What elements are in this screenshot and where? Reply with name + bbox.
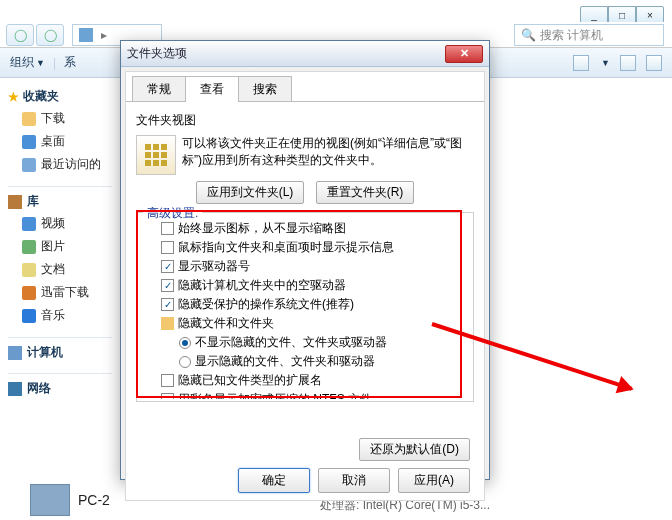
checkbox-icon[interactable] — [161, 393, 174, 399]
network-icon — [8, 382, 22, 396]
help-button[interactable] — [646, 55, 662, 71]
chevron-down-icon: ▼ — [36, 58, 45, 68]
adv-item-label: 用彩色显示加密或压缩的 NTFS 文件 — [178, 391, 372, 399]
sidebar-computer[interactable]: 计算机 — [0, 342, 120, 363]
circle-icon: ◯ — [44, 28, 57, 42]
folder-icon — [161, 317, 174, 330]
chevron-right-icon: ▸ — [101, 28, 107, 42]
star-icon: ★ — [8, 90, 19, 104]
radio-icon[interactable] — [179, 356, 191, 368]
sidebar-item-music[interactable]: 音乐 — [0, 304, 120, 327]
tab-content-view: 文件夹视图 可以将该文件夹正在使用的视图(例如“详细信息”或“图标”)应用到所有… — [126, 101, 484, 503]
sidebar-favorites[interactable]: ★收藏夹 — [0, 86, 120, 107]
sidebar-item-desktop[interactable]: 桌面 — [0, 130, 120, 153]
adv-setting-item[interactable]: 用彩色显示加密或压缩的 NTFS 文件 — [143, 390, 467, 399]
adv-setting-item[interactable]: 隐藏已知文件类型的扩展名 — [143, 371, 467, 390]
video-icon — [22, 217, 36, 231]
apply-button[interactable]: 应用(A) — [398, 468, 470, 493]
advanced-settings-group: 高级设置: 始终显示图标，从不显示缩略图鼠标指向文件夹和桌面项时显示提示信息显示… — [136, 212, 474, 402]
tab-general[interactable]: 常规 — [132, 76, 186, 102]
checkbox-icon[interactable] — [161, 260, 174, 273]
sidebar-libraries[interactable]: 库 — [0, 191, 120, 212]
library-icon — [8, 195, 22, 209]
restore-defaults-button[interactable]: 还原为默认值(D) — [359, 438, 470, 461]
adv-setting-item[interactable]: 隐藏计算机文件夹中的空驱动器 — [143, 276, 467, 295]
checkbox-icon[interactable] — [161, 222, 174, 235]
pc-icon — [79, 28, 93, 42]
sidebar: ★收藏夹 下载 桌面 最近访问的 库 视频 图片 文档 迅雷下载 音乐 计算机 … — [0, 78, 120, 520]
preview-pane-button[interactable] — [620, 55, 636, 71]
adv-setting-item[interactable]: 不显示隐藏的文件、文件夹或驱动器 — [143, 333, 467, 352]
sidebar-item-recent[interactable]: 最近访问的 — [0, 153, 120, 176]
adv-item-label: 隐藏已知文件类型的扩展名 — [178, 372, 322, 389]
adv-item-label: 隐藏文件和文件夹 — [178, 315, 274, 332]
recent-icon — [22, 158, 36, 172]
apply-to-folders-button[interactable]: 应用到文件夹(L) — [196, 181, 305, 204]
pc-icon — [8, 346, 22, 360]
search-icon: 🔍 — [521, 28, 536, 42]
adv-setting-item[interactable]: 显示驱动器号 — [143, 257, 467, 276]
folder-icon — [22, 286, 36, 300]
folder-view-label: 文件夹视图 — [136, 112, 196, 129]
search-input[interactable]: 🔍 搜索 计算机 — [514, 24, 664, 46]
sys-menu[interactable]: 系 — [64, 54, 76, 71]
adv-item-label: 隐藏计算机文件夹中的空驱动器 — [178, 277, 346, 294]
sidebar-item-video[interactable]: 视频 — [0, 212, 120, 235]
cancel-button[interactable]: 取消 — [318, 468, 390, 493]
adv-setting-item[interactable]: 鼠标指向文件夹和桌面项时显示提示信息 — [143, 238, 467, 257]
view-mode-button[interactable] — [573, 55, 589, 71]
sidebar-item-documents[interactable]: 文档 — [0, 258, 120, 281]
checkbox-icon[interactable] — [161, 279, 174, 292]
download-icon — [22, 112, 36, 126]
folder-view-icon — [136, 135, 176, 175]
dialog-close-button[interactable]: ✕ — [445, 45, 483, 63]
back-button[interactable]: ◯ — [6, 24, 34, 46]
checkbox-icon[interactable] — [161, 241, 174, 254]
adv-item-label: 显示驱动器号 — [178, 258, 250, 275]
music-icon — [22, 309, 36, 323]
chevron-down-icon: ▼ — [601, 58, 610, 68]
sidebar-item-pictures[interactable]: 图片 — [0, 235, 120, 258]
checkbox-icon[interactable] — [161, 298, 174, 311]
pc-icon — [30, 484, 70, 516]
picture-icon — [22, 240, 36, 254]
document-icon — [22, 263, 36, 277]
circle-icon: ◯ — [14, 28, 27, 42]
forward-button[interactable]: ◯ — [36, 24, 64, 46]
adv-setting-item[interactable]: 显示隐藏的文件、文件夹和驱动器 — [143, 352, 467, 371]
folder-options-dialog: 文件夹选项 ✕ 常规 查看 搜索 文件夹视图 可以将该文件夹正在使用的视图(例如… — [120, 40, 490, 480]
adv-setting-item[interactable]: 隐藏受保护的操作系统文件(推荐) — [143, 295, 467, 314]
status-bar-item: PC-2 — [30, 484, 110, 516]
tab-view[interactable]: 查看 — [185, 76, 239, 102]
adv-item-label: 隐藏受保护的操作系统文件(推荐) — [178, 296, 354, 313]
tab-search[interactable]: 搜索 — [238, 76, 292, 102]
sidebar-item-downloads[interactable]: 下载 — [0, 107, 120, 130]
sidebar-network[interactable]: 网络 — [0, 378, 120, 399]
checkbox-icon[interactable] — [161, 374, 174, 387]
adv-setting-item[interactable]: 隐藏文件和文件夹 — [143, 314, 467, 333]
adv-item-label: 不显示隐藏的文件、文件夹或驱动器 — [195, 334, 387, 351]
search-placeholder: 搜索 计算机 — [540, 27, 603, 44]
ok-button[interactable]: 确定 — [238, 468, 310, 493]
adv-item-label: 鼠标指向文件夹和桌面项时显示提示信息 — [178, 239, 394, 256]
adv-item-label: 显示隐藏的文件、文件夹和驱动器 — [195, 353, 375, 370]
folder-view-desc: 可以将该文件夹正在使用的视图(例如“详细信息”或“图标”)应用到所有这种类型的文… — [182, 135, 474, 175]
advanced-settings-list[interactable]: 始终显示图标，从不显示缩略图鼠标指向文件夹和桌面项时显示提示信息显示驱动器号隐藏… — [139, 217, 471, 399]
adv-item-label: 始终显示图标，从不显示缩略图 — [178, 220, 346, 237]
desktop-icon — [22, 135, 36, 149]
advanced-settings-label: 高级设置: — [143, 205, 202, 222]
dialog-title: 文件夹选项 — [127, 45, 187, 62]
sidebar-item-xunlei[interactable]: 迅雷下载 — [0, 281, 120, 304]
dialog-titlebar[interactable]: 文件夹选项 ✕ — [121, 41, 489, 67]
tab-strip: 常规 查看 搜索 — [126, 72, 484, 102]
reset-folders-button[interactable]: 重置文件夹(R) — [316, 181, 415, 204]
organize-menu[interactable]: 组织 — [10, 54, 34, 71]
radio-icon[interactable] — [179, 337, 191, 349]
